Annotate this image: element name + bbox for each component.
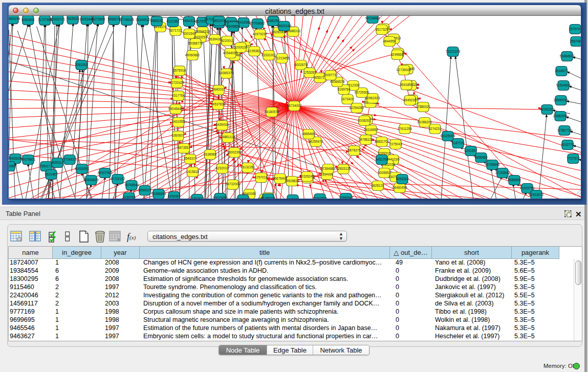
svg-text:2579747: 2579747 [569, 27, 581, 31]
svg-text:23682991: 23682991 [553, 114, 568, 118]
svg-text:6360607: 6360607 [171, 134, 184, 137]
svg-text:72720429: 72720429 [169, 81, 184, 84]
svg-text:27749325: 27749325 [119, 18, 134, 21]
svg-text:02739000: 02739000 [397, 68, 411, 72]
svg-text:4656480: 4656480 [475, 156, 488, 159]
svg-text:5575918: 5575918 [173, 69, 186, 72]
svg-text:9220011: 9220011 [221, 39, 234, 42]
svg-text:82307515: 82307515 [313, 196, 328, 199]
svg-text:6546107: 6546107 [184, 157, 197, 160]
svg-text:4844950: 4844950 [383, 39, 396, 43]
svg-text:5169784: 5169784 [338, 87, 351, 91]
svg-text:6949235: 6949235 [404, 98, 417, 102]
svg-text:37153542: 37153542 [495, 171, 510, 174]
svg-text:6083400: 6083400 [21, 18, 34, 21]
svg-text:7815516: 7815516 [67, 17, 79, 20]
svg-text:6372899: 6372899 [92, 17, 105, 21]
svg-text:1253287: 1253287 [303, 71, 316, 74]
svg-text:4292487: 4292487 [168, 194, 181, 198]
svg-text:44927905: 44927905 [98, 171, 113, 174]
svg-text:66125009: 66125009 [441, 134, 455, 138]
svg-text:81086201: 81086201 [418, 120, 432, 124]
svg-text:9305652: 9305652 [378, 171, 391, 174]
svg-text:2567482: 2567482 [570, 39, 581, 43]
svg-text:92913072: 92913072 [529, 193, 544, 196]
svg-text:41979237: 41979237 [253, 32, 268, 36]
svg-text:6002675: 6002675 [295, 63, 308, 67]
svg-text:73132281: 73132281 [241, 165, 255, 169]
svg-text:2638986: 2638986 [204, 152, 216, 156]
svg-text:27611256: 27611256 [398, 127, 412, 130]
svg-text:6797016: 6797016 [255, 176, 268, 179]
svg-text:14365370: 14365370 [219, 71, 234, 75]
svg-text:0317764: 0317764 [172, 94, 185, 97]
svg-text:5200020: 5200020 [234, 46, 247, 49]
svg-text:0195381: 0195381 [248, 49, 261, 53]
svg-text:6232010: 6232010 [216, 166, 229, 170]
svg-text:5517329: 5517329 [376, 28, 388, 31]
svg-text:87394983: 87394983 [321, 167, 336, 170]
svg-text:40000091: 40000091 [75, 167, 90, 170]
svg-text:0399315: 0399315 [378, 151, 391, 155]
svg-text:7805856: 7805856 [227, 25, 240, 28]
svg-text:1245995: 1245995 [287, 198, 299, 199]
svg-text:24861114: 24861114 [221, 135, 235, 139]
svg-text:12590548: 12590548 [339, 196, 354, 199]
svg-text:9959029: 9959029 [139, 188, 151, 192]
svg-text:17880021: 17880021 [416, 105, 431, 108]
svg-text:70893194: 70893194 [9, 17, 20, 20]
svg-text:81887633: 81887633 [190, 197, 205, 199]
svg-text:20097737: 20097737 [323, 73, 338, 77]
svg-text:62833125: 62833125 [336, 167, 351, 170]
svg-text:3851978: 3851978 [213, 19, 226, 23]
svg-text:26116957: 26116957 [364, 128, 378, 132]
svg-text:93729306: 93729306 [355, 91, 369, 94]
svg-text:96366693: 96366693 [151, 192, 166, 195]
svg-text:40544629: 40544629 [84, 178, 99, 182]
svg-text:41003790: 41003790 [520, 186, 535, 190]
svg-text:67709682: 67709682 [250, 21, 265, 25]
svg-text:4053261: 4053261 [396, 177, 409, 181]
svg-text:50326245: 50326245 [300, 174, 315, 178]
svg-text:53464627: 53464627 [560, 54, 575, 58]
svg-text:6439008: 6439008 [216, 123, 229, 126]
svg-text:2704937: 2704937 [63, 158, 76, 161]
svg-text:18002390: 18002390 [227, 150, 242, 154]
svg-text:49192327: 49192327 [540, 107, 555, 111]
svg-text:2061052: 2061052 [75, 63, 88, 67]
svg-text:96710699: 96710699 [9, 164, 17, 168]
svg-text:92433721: 92433721 [51, 17, 66, 21]
svg-text:4301540: 4301540 [183, 32, 196, 35]
svg-text:4534577: 4534577 [555, 69, 568, 73]
svg-text:59368778: 59368778 [188, 41, 203, 45]
svg-text:24180578: 24180578 [265, 110, 279, 114]
svg-text:4632778: 4632778 [561, 143, 574, 146]
svg-text:94259472: 94259472 [309, 140, 323, 143]
svg-text:94134683: 94134683 [365, 16, 380, 20]
svg-text:5187720: 5187720 [452, 141, 465, 145]
svg-text:0640037: 0640037 [212, 87, 225, 91]
svg-text:1673420: 1673420 [341, 97, 354, 101]
svg-text:7375043: 7375043 [389, 142, 402, 146]
svg-text:6251557: 6251557 [465, 149, 477, 152]
svg-text:97722152: 97722152 [111, 177, 125, 181]
svg-text:38831701: 38831701 [375, 140, 389, 143]
svg-text:1039799: 1039799 [123, 195, 136, 199]
svg-text:49060681: 49060681 [185, 53, 200, 57]
svg-text:73221378: 73221378 [446, 50, 461, 53]
svg-text:0521487: 0521487 [45, 172, 58, 176]
svg-text:76749544: 76749544 [124, 183, 139, 187]
svg-text:28590031: 28590031 [554, 98, 569, 102]
svg-text:4865465: 4865465 [302, 132, 315, 136]
svg-text:74537838: 74537838 [211, 102, 226, 106]
svg-text:38344922: 38344922 [136, 18, 150, 21]
svg-text:5958278: 5958278 [107, 17, 120, 21]
svg-text:78185136: 78185136 [236, 198, 251, 199]
svg-text:2008261: 2008261 [358, 119, 371, 122]
svg-text:9541858: 9541858 [400, 83, 413, 86]
svg-text:71213455: 71213455 [275, 56, 290, 60]
svg-text:98732000: 98732000 [226, 182, 241, 186]
svg-text:3274231: 3274231 [429, 127, 442, 130]
svg-text:18724007: 18724007 [287, 104, 302, 107]
svg-text:40544055: 40544055 [223, 51, 238, 55]
